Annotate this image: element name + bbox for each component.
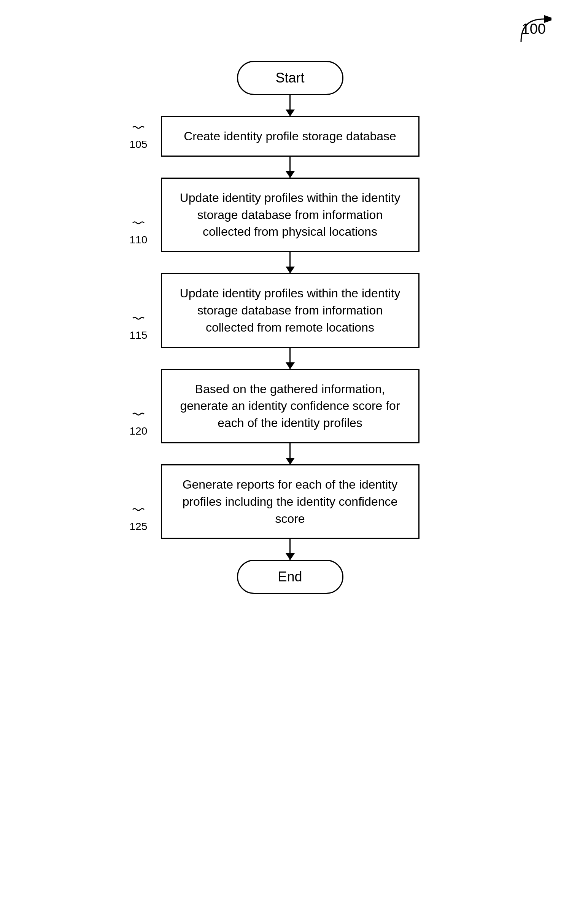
end-shape: End [237,560,343,594]
diagram-container: 100 Start Create identity profile storag… [0,0,580,924]
process-box-125: Generate reports for each of the identit… [161,464,420,539]
step-row-115: Update identity profiles within the iden… [142,273,438,347]
step-120-text: Based on the gathered information, gener… [177,381,403,432]
step-125-text: Generate reports for each of the identit… [177,476,403,527]
step-105-text: Create identity profile storage database [184,128,396,145]
squiggle-105 [131,125,146,137]
squiggle-125 [131,508,146,519]
squiggle-110 [131,221,146,232]
squiggle-120 [131,412,146,424]
step-115-text: Update identity profiles within the iden… [177,285,403,336]
step-110-text: Update identity profiles within the iden… [177,189,403,240]
step-row-120: Based on the gathered information, gener… [142,369,438,443]
arrow-5 [290,443,290,464]
start-shape: Start [237,61,343,95]
process-box-120: Based on the gathered information, gener… [161,369,420,443]
end-label: End [278,569,302,585]
arrow-4 [290,348,290,369]
process-box-110: Update identity profiles within the iden… [161,178,420,252]
process-box-115: Update identity profiles within the iden… [161,273,420,347]
step-115-number: 115 [130,328,148,343]
figure-number: 100 [522,21,546,37]
squiggle-115 [131,316,146,328]
arrow-3 [290,252,290,273]
arrow-1 [290,95,290,116]
step-row-110: Update identity profiles within the iden… [142,178,438,252]
step-105-number: 105 [130,137,148,152]
step-row-105: Create identity profile storage database… [142,116,438,157]
arrow-2 [290,157,290,178]
arrow-6 [290,539,290,560]
step-120-number: 120 [130,424,148,439]
step-125-number: 125 [130,519,148,534]
flowchart: Start Create identity profile storage da… [142,61,438,594]
step-110-number: 110 [130,232,148,247]
process-box-105: Create identity profile storage database… [161,116,420,157]
step-row-125: Generate reports for each of the identit… [142,464,438,539]
start-label: Start [275,70,304,86]
